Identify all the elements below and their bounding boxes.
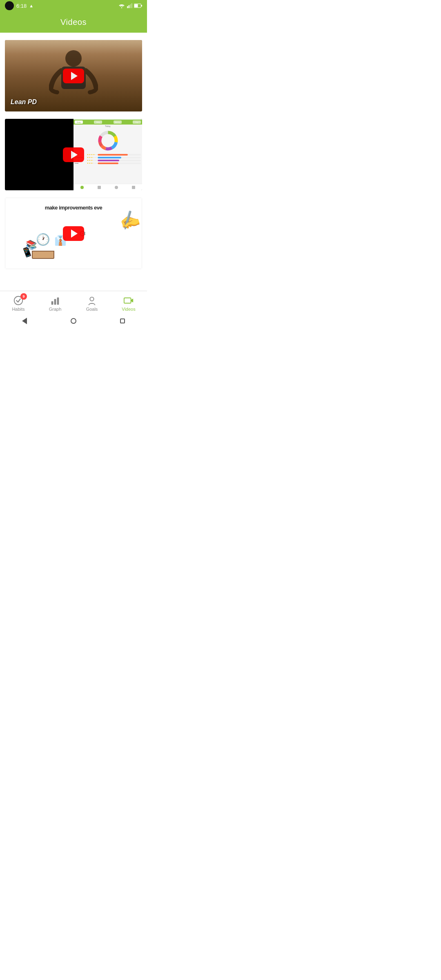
app-tab-yearly: Yrly [133,120,141,124]
app-nav-habits [80,186,84,189]
signal-icon [127,3,132,9]
habit-row-intellectual: Intellectual [75,159,141,161]
nav-videos-label: Videos [122,307,135,312]
video-item-1[interactable]: Lean PD [5,40,142,111]
app-top-bar: Daily Wkly Mnthly Yrly [74,120,142,125]
battery-icon [134,3,142,8]
svg-rect-2 [129,5,129,8]
books-icon: 📚 [26,240,37,250]
habit-stars-lean [87,163,97,164]
svg-rect-22 [57,297,59,305]
nav-videos-icon-wrap [123,295,134,306]
habits-badge: 9 [20,293,27,300]
nav-goals-icon-wrap [87,295,97,306]
app-nav-graph [98,186,101,189]
svg-point-0 [121,7,122,8]
habit-label-lean: Lean [75,162,86,164]
status-notif-icon: ▲ [29,3,33,8]
svg-point-8 [65,50,82,67]
svg-rect-1 [127,6,128,8]
app-nav-goals [115,186,118,189]
graph-icon [50,295,60,306]
video-item-2[interactable]: Daily Wkly Mnthly Yrly Today [5,119,142,190]
clock-icon: 🕐 [36,233,50,246]
habit-row-leadership: Leadership [75,156,141,158]
status-right [118,3,142,9]
nav-habits-icon-wrap: 9 [13,295,24,306]
svg-point-23 [90,297,94,301]
status-time: 6:18 [16,3,27,9]
recents-icon [120,318,125,323]
nav-graph-label: Graph [49,307,62,312]
svg-rect-24 [124,298,131,303]
back-button[interactable] [20,316,29,326]
nav-item-goals[interactable]: Goals [74,295,110,312]
page-header: Videos [0,11,147,33]
nav-item-graph[interactable]: Graph [37,295,74,312]
play-button-2[interactable] [63,147,84,162]
app-tab-daily: Daily [75,120,83,124]
videos-icon [123,295,134,306]
svg-point-18 [101,134,114,147]
svg-rect-6 [141,5,142,7]
nav-goals-label: Goals [86,307,98,312]
svg-rect-4 [131,3,132,8]
status-bar: 6:18 ▲ [0,0,147,11]
svg-rect-3 [130,4,131,8]
app-tab-monthly: Mnthly [114,120,122,124]
back-icon [22,318,27,324]
status-left: 6:18 ▲ [5,1,33,10]
svg-rect-20 [51,301,53,304]
page-title: Videos [60,18,87,27]
bottom-nav: 9 Habits Graph Goals [0,291,147,315]
nav-item-videos[interactable]: Videos [110,295,147,312]
home-button[interactable] [69,316,78,326]
habit-row-lean: Lean [75,162,141,164]
recents-button[interactable] [118,316,127,326]
android-nav [0,315,147,327]
hand-drawing: ✍️ [116,207,142,232]
video3-label: make improvements eve [45,205,102,211]
habit-stars-leadership [87,157,97,158]
notification-circle [5,1,14,10]
nav-habits-label: Habits [12,307,24,312]
app-bottom-nav [74,184,142,190]
svg-rect-21 [54,299,56,305]
svg-rect-7 [134,4,138,7]
video-item-3[interactable]: make improvements eve 🕐 📱 📚 👔 ⚙ ✍️ [5,198,142,269]
habit-stars-intellectual [87,160,97,161]
play-triangle-2 [71,151,78,159]
nav-item-habits[interactable]: 9 Habits [0,295,37,312]
goals-icon [87,295,97,306]
wifi-icon [118,3,125,8]
home-icon [71,318,76,324]
habit-stars-home [87,154,97,156]
play-button-1[interactable] [63,69,84,83]
habit-row-home: Home [75,154,141,156]
play-button-3[interactable] [63,226,84,241]
play-triangle-3 [71,229,78,238]
play-triangle-1 [71,72,78,80]
nav-graph-icon-wrap [50,295,60,306]
main-content: Lean PD Daily Wkly Mnthly Yrly Today [0,33,147,291]
box-shape [32,251,54,259]
app-tab-weekly: Wkly [94,120,102,124]
donut-chart-svg [97,129,119,152]
app-nav-videos [132,186,135,189]
video1-label: Lean PD [11,98,37,106]
app-today-label: Today [74,125,142,128]
